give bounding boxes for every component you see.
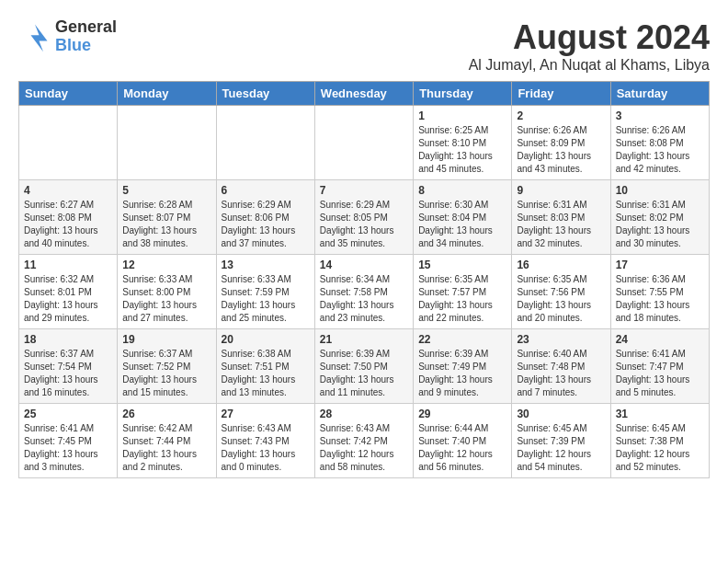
day-number: 7 (320, 184, 408, 197)
calendar-cell: 13Sunrise: 6:33 AMSunset: 7:59 PMDayligh… (216, 255, 314, 329)
day-info: Sunrise: 6:33 AMSunset: 8:00 PMDaylight:… (122, 273, 210, 325)
day-info: Sunrise: 6:34 AMSunset: 7:58 PMDaylight:… (320, 273, 408, 325)
day-info: Sunrise: 6:41 AMSunset: 7:47 PMDaylight:… (616, 348, 704, 399)
day-number: 12 (122, 259, 210, 271)
calendar-cell: 10Sunrise: 6:31 AMSunset: 8:02 PMDayligh… (610, 180, 709, 255)
day-number: 2 (517, 109, 605, 122)
day-number: 27 (222, 408, 310, 420)
calendar-cell (19, 106, 118, 180)
day-info: Sunrise: 6:29 AMSunset: 8:05 PMDaylight:… (320, 199, 408, 250)
day-number: 29 (418, 408, 506, 420)
weekday-header: Saturday (610, 82, 709, 106)
day-info: Sunrise: 6:39 AMSunset: 7:49 PMDaylight:… (418, 348, 506, 399)
day-number: 21 (320, 333, 408, 346)
logo-text: General Blue (55, 18, 117, 55)
calendar-cell (314, 106, 413, 180)
calendar-cell: 6Sunrise: 6:29 AMSunset: 8:06 PMDaylight… (216, 180, 314, 255)
calendar-week-row: 25Sunrise: 6:41 AMSunset: 7:45 PMDayligh… (19, 404, 710, 478)
day-number: 6 (222, 184, 310, 197)
day-info: Sunrise: 6:36 AMSunset: 7:55 PMDaylight:… (616, 273, 704, 325)
day-number: 4 (24, 184, 112, 197)
calendar-cell: 11Sunrise: 6:32 AMSunset: 8:01 PMDayligh… (19, 255, 118, 329)
calendar-cell: 29Sunrise: 6:44 AMSunset: 7:40 PMDayligh… (414, 404, 512, 478)
calendar-cell: 17Sunrise: 6:36 AMSunset: 7:55 PMDayligh… (610, 255, 709, 329)
day-info: Sunrise: 6:30 AMSunset: 8:04 PMDaylight:… (418, 199, 506, 250)
day-number: 30 (517, 408, 605, 420)
svg-marker-0 (31, 24, 48, 52)
day-info: Sunrise: 6:43 AMSunset: 7:43 PMDaylight:… (222, 422, 310, 474)
calendar-cell: 5Sunrise: 6:28 AMSunset: 8:07 PMDaylight… (118, 180, 216, 255)
month-title: August 2024 (469, 18, 710, 57)
calendar-cell: 23Sunrise: 6:40 AMSunset: 7:48 PMDayligh… (512, 329, 610, 404)
calendar-cell: 2Sunrise: 6:26 AMSunset: 8:09 PMDaylight… (512, 106, 610, 180)
day-number: 16 (517, 259, 605, 271)
day-info: Sunrise: 6:43 AMSunset: 7:42 PMDaylight:… (320, 422, 408, 474)
calendar-cell: 27Sunrise: 6:43 AMSunset: 7:43 PMDayligh… (216, 404, 314, 478)
weekday-header: Wednesday (314, 82, 413, 106)
day-number: 1 (418, 109, 506, 122)
day-number: 3 (616, 109, 704, 122)
calendar-cell (216, 106, 314, 180)
day-info: Sunrise: 6:33 AMSunset: 7:59 PMDaylight:… (222, 273, 310, 325)
day-number: 14 (320, 259, 408, 271)
logo: General Blue (18, 18, 117, 55)
location-subtitle: Al Jumayl, An Nuqat al Khams, Libya (469, 57, 710, 74)
day-info: Sunrise: 6:28 AMSunset: 8:07 PMDaylight:… (122, 199, 210, 250)
day-info: Sunrise: 6:37 AMSunset: 7:52 PMDaylight:… (122, 348, 210, 399)
day-info: Sunrise: 6:26 AMSunset: 8:08 PMDaylight:… (616, 124, 704, 176)
calendar-cell (118, 106, 216, 180)
calendar-cell: 28Sunrise: 6:43 AMSunset: 7:42 PMDayligh… (314, 404, 413, 478)
day-number: 17 (616, 259, 704, 271)
calendar-week-row: 18Sunrise: 6:37 AMSunset: 7:54 PMDayligh… (19, 329, 710, 404)
day-number: 23 (517, 333, 605, 346)
calendar-cell: 8Sunrise: 6:30 AMSunset: 8:04 PMDaylight… (414, 180, 512, 255)
day-number: 22 (418, 333, 506, 346)
calendar-cell: 1Sunrise: 6:25 AMSunset: 8:10 PMDaylight… (414, 106, 512, 180)
calendar-cell: 12Sunrise: 6:33 AMSunset: 8:00 PMDayligh… (118, 255, 216, 329)
day-info: Sunrise: 6:37 AMSunset: 7:54 PMDaylight:… (24, 348, 112, 399)
calendar-week-row: 11Sunrise: 6:32 AMSunset: 8:01 PMDayligh… (19, 255, 710, 329)
calendar-cell: 25Sunrise: 6:41 AMSunset: 7:45 PMDayligh… (19, 404, 118, 478)
calendar-cell: 19Sunrise: 6:37 AMSunset: 7:52 PMDayligh… (118, 329, 216, 404)
calendar-cell: 4Sunrise: 6:27 AMSunset: 8:08 PMDaylight… (19, 180, 118, 255)
calendar-cell: 18Sunrise: 6:37 AMSunset: 7:54 PMDayligh… (19, 329, 118, 404)
day-number: 15 (418, 259, 506, 271)
calendar-cell: 26Sunrise: 6:42 AMSunset: 7:44 PMDayligh… (118, 404, 216, 478)
day-info: Sunrise: 6:27 AMSunset: 8:08 PMDaylight:… (24, 199, 112, 250)
day-info: Sunrise: 6:26 AMSunset: 8:09 PMDaylight:… (517, 124, 605, 176)
day-info: Sunrise: 6:42 AMSunset: 7:44 PMDaylight:… (122, 422, 210, 474)
calendar-header-row: SundayMondayTuesdayWednesdayThursdayFrid… (19, 82, 710, 106)
calendar-week-row: 4Sunrise: 6:27 AMSunset: 8:08 PMDaylight… (19, 180, 710, 255)
day-number: 10 (616, 184, 704, 197)
day-number: 25 (24, 408, 112, 420)
calendar-cell: 20Sunrise: 6:38 AMSunset: 7:51 PMDayligh… (216, 329, 314, 404)
calendar-cell: 21Sunrise: 6:39 AMSunset: 7:50 PMDayligh… (314, 329, 413, 404)
weekday-header: Sunday (19, 82, 118, 106)
weekday-header: Tuesday (216, 82, 314, 106)
day-number: 11 (24, 259, 112, 271)
day-info: Sunrise: 6:45 AMSunset: 7:38 PMDaylight:… (616, 422, 704, 474)
day-info: Sunrise: 6:25 AMSunset: 8:10 PMDaylight:… (418, 124, 506, 176)
calendar-cell: 15Sunrise: 6:35 AMSunset: 7:57 PMDayligh… (414, 255, 512, 329)
day-number: 20 (222, 333, 310, 346)
page-header: General Blue August 2024 Al Jumayl, An N… (18, 18, 710, 74)
calendar-cell: 16Sunrise: 6:35 AMSunset: 7:56 PMDayligh… (512, 255, 610, 329)
calendar-cell: 31Sunrise: 6:45 AMSunset: 7:38 PMDayligh… (610, 404, 709, 478)
day-number: 26 (122, 408, 210, 420)
weekday-header: Thursday (414, 82, 512, 106)
day-info: Sunrise: 6:44 AMSunset: 7:40 PMDaylight:… (418, 422, 506, 474)
day-number: 5 (122, 184, 210, 197)
calendar-cell: 3Sunrise: 6:26 AMSunset: 8:08 PMDaylight… (610, 106, 709, 180)
calendar-cell: 14Sunrise: 6:34 AMSunset: 7:58 PMDayligh… (314, 255, 413, 329)
day-number: 31 (616, 408, 704, 420)
day-info: Sunrise: 6:40 AMSunset: 7:48 PMDaylight:… (517, 348, 605, 399)
day-number: 19 (122, 333, 210, 346)
weekday-header: Friday (512, 82, 610, 106)
day-info: Sunrise: 6:29 AMSunset: 8:06 PMDaylight:… (222, 199, 310, 250)
day-info: Sunrise: 6:35 AMSunset: 7:56 PMDaylight:… (517, 273, 605, 325)
day-info: Sunrise: 6:31 AMSunset: 8:03 PMDaylight:… (517, 199, 605, 250)
day-info: Sunrise: 6:38 AMSunset: 7:51 PMDaylight:… (222, 348, 310, 399)
calendar-cell: 22Sunrise: 6:39 AMSunset: 7:49 PMDayligh… (414, 329, 512, 404)
day-info: Sunrise: 6:39 AMSunset: 7:50 PMDaylight:… (320, 348, 408, 399)
day-number: 9 (517, 184, 605, 197)
